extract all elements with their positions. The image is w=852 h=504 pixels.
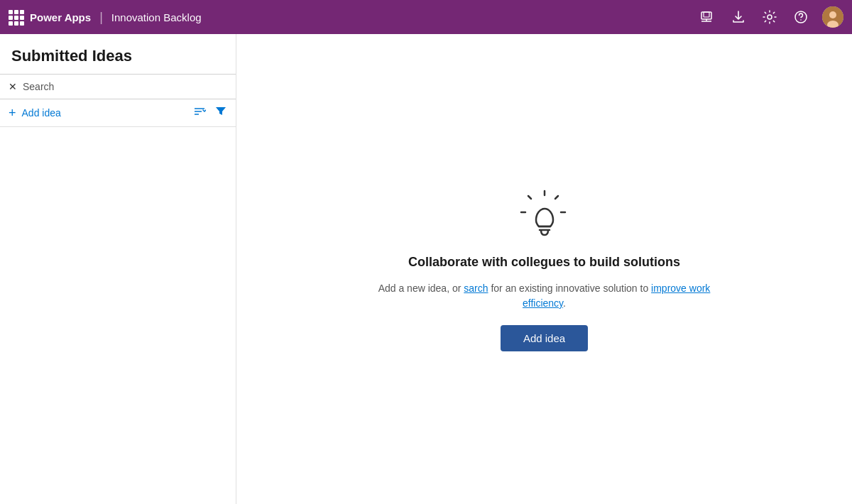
avatar[interactable] — [822, 6, 843, 28]
main-layout: Submitted Ideas ✕ + Add idea — [0, 34, 852, 504]
add-plus-icon[interactable]: + — [9, 106, 16, 121]
svg-point-6 — [800, 19, 802, 21]
app-name-label: Innovation Backlog — [111, 11, 202, 23]
settings-icon[interactable] — [760, 7, 780, 27]
page-title: Submitted Ideas — [0, 34, 236, 74]
brand-name: Power Apps | Innovation Backlog — [30, 10, 202, 25]
share-icon[interactable] — [697, 7, 717, 27]
svg-point-4 — [768, 15, 772, 19]
left-panel: Submitted Ideas ✕ + Add idea — [0, 34, 236, 504]
svg-point-8 — [829, 11, 836, 18]
lightbulb-icon — [516, 187, 573, 243]
add-idea-button[interactable]: Add idea — [501, 325, 588, 351]
power-apps-label: Power Apps — [30, 11, 91, 23]
add-idea-label[interactable]: Add idea — [22, 107, 187, 119]
search-input[interactable] — [23, 81, 227, 92]
search-bar: ✕ — [0, 74, 236, 99]
brand-divider: | — [99, 10, 103, 25]
waffle-menu-icon[interactable] — [9, 10, 23, 24]
svg-rect-0 — [701, 12, 711, 19]
search-clear-icon[interactable]: ✕ — [9, 81, 17, 92]
sort-icon[interactable] — [193, 105, 206, 121]
top-navigation: Power Apps | Innovation Backlog — [0, 0, 852, 34]
topnav-right — [697, 6, 843, 28]
right-panel: Collaborate with collegues to build solu… — [236, 34, 852, 504]
avatar-image — [822, 6, 843, 28]
svg-line-17 — [555, 196, 558, 199]
empty-state-description: Add a new idea, or sarch for an existing… — [374, 281, 715, 311]
download-icon[interactable] — [728, 7, 748, 27]
filter-icon[interactable] — [214, 105, 227, 121]
topnav-left: Power Apps | Innovation Backlog — [9, 10, 697, 25]
empty-state: Collaborate with collegues to build solu… — [374, 187, 715, 351]
add-idea-row: + Add idea — [0, 99, 236, 127]
svg-line-14 — [528, 196, 531, 199]
empty-state-title: Collaborate with collegues to build solu… — [408, 255, 680, 270]
svg-rect-1 — [704, 12, 709, 17]
help-icon[interactable] — [791, 7, 811, 27]
